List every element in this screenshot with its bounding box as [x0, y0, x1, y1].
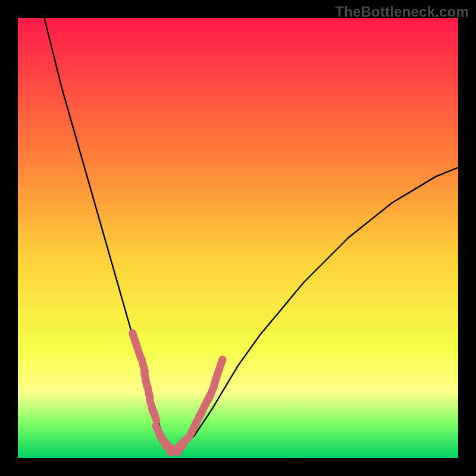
marker-capsule: [218, 359, 223, 372]
chart-frame: TheBottleneck.com: [0, 0, 476, 476]
watermark-text: TheBottleneck.com: [335, 4, 469, 20]
marker-capsule: [152, 408, 156, 421]
chart-svg: [18, 18, 458, 458]
gradient-background: [18, 18, 458, 458]
plot-area: [18, 18, 458, 458]
